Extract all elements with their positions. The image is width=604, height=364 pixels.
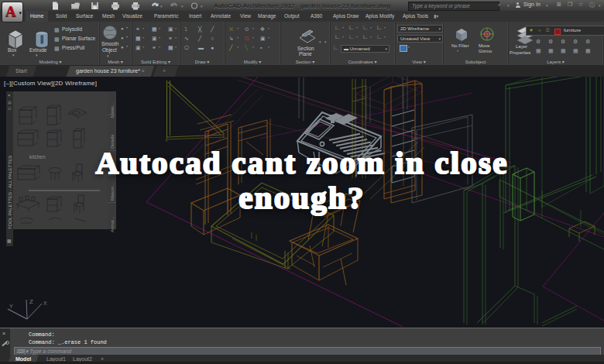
svg-text:▾: ▾ xyxy=(181,4,184,9)
svg-text:X: X xyxy=(43,300,47,306)
svg-text:▾: ▾ xyxy=(160,4,163,9)
svg-text:▾: ▾ xyxy=(201,4,203,9)
svg-text:Z: Z xyxy=(29,298,33,305)
svg-text:Y: Y xyxy=(9,304,13,309)
